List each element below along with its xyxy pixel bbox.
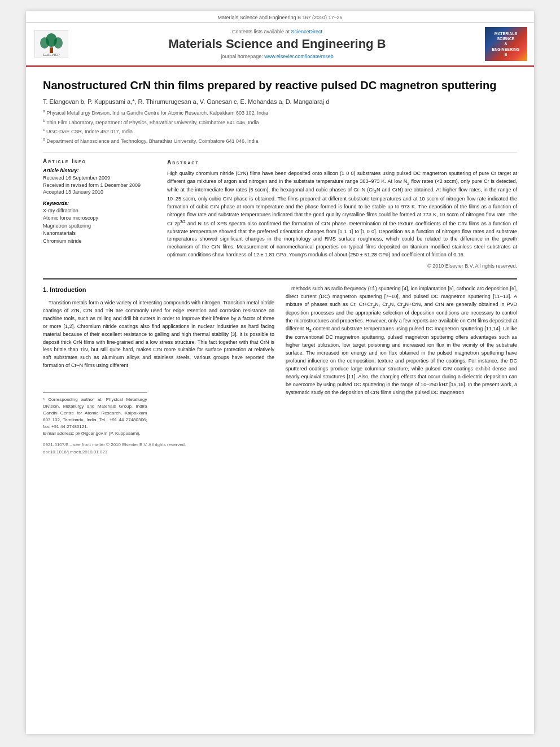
- authors: T. Elangovan b, P. Kuppusami a,*, R. Thi…: [43, 98, 517, 105]
- article-history: Article history: Received 16 September 2…: [43, 168, 156, 196]
- affiliation-a: a Physical Metallurgy Division, Indira G…: [43, 108, 517, 117]
- intro-right: methods such as radio frequency (r.f.) s…: [286, 285, 517, 456]
- introduction-section: 1. Introduction Transition metals form a…: [43, 285, 517, 456]
- keyword-3: Magnetron sputtering: [43, 222, 156, 230]
- journal-logo-right: MATERIALS SCIENCE & ENGINEERING B: [483, 27, 528, 61]
- elsevier-logo-image: ELSEVIER: [34, 30, 68, 58]
- affiliation-b: b Thin Film Laboratory, Department of Ph…: [43, 118, 517, 127]
- svg-point-2: [40, 37, 49, 49]
- affiliations: a Physical Metallurgy Division, Indira G…: [43, 108, 517, 145]
- keywords-label: Keywords:: [43, 200, 156, 206]
- footnote-star: * Corresponding author at: Physical Meta…: [43, 396, 147, 430]
- keyword-5: Chromium nitride: [43, 238, 156, 246]
- sciencedirect-link[interactable]: ScienceDirect: [291, 29, 323, 34]
- divider-1: [43, 152, 517, 152]
- abstract-label: Abstract: [167, 158, 517, 167]
- journal-logo-box: MATERIALS SCIENCE & ENGINEERING B: [485, 27, 527, 61]
- page-header: Materials Science and Engineering B 167 …: [26, 11, 534, 23]
- received-date: Received 16 September 2009: [43, 174, 156, 182]
- footnote-area: * Corresponding author at: Physical Meta…: [43, 392, 274, 456]
- history-label: Article history:: [43, 168, 156, 173]
- keyword-4: Nanomaterials: [43, 230, 156, 238]
- elsevier-logo: ELSEVIER: [32, 27, 71, 61]
- article-title: Nanostructured CrN thin films prepared b…: [43, 78, 517, 93]
- abstract-section: Abstract High quality chromium nitride (…: [167, 158, 517, 270]
- journal-homepage: journal homepage: www.elsevier.com/locat…: [221, 54, 334, 59]
- affiliation-c: c UGC-DAE CSR, Indore 452 017, India: [43, 127, 517, 136]
- article-info: Article Info Article history: Received 1…: [43, 158, 156, 270]
- journal-citation: Materials Science and Engineering B 167 …: [217, 15, 342, 20]
- issn-line: 0921-5107/$ – see front matter © 2010 El…: [43, 442, 274, 456]
- footnote-section: * Corresponding author at: Physical Meta…: [43, 392, 147, 437]
- copyright: © 2010 Elsevier B.V. All rights reserved…: [167, 263, 517, 270]
- journal-title: Materials Science and Engineering B: [168, 37, 386, 51]
- intro-left-para: Transition metals form a wide variety of…: [43, 299, 274, 370]
- intro-right-para: methods such as radio frequency (r.f.) s…: [286, 285, 517, 397]
- abstract-text: High quality chromium nitride (CrN) film…: [167, 170, 517, 259]
- issn: 0921-5107/$ – see front matter © 2010 El…: [43, 442, 274, 448]
- homepage-link[interactable]: www.elsevier.com/locate/mseb: [264, 54, 334, 59]
- svg-text:ELSEVIER: ELSEVIER: [43, 53, 60, 56]
- journal-center: Contents lists available at ScienceDirec…: [77, 27, 478, 61]
- intro-left: 1. Introduction Transition metals form a…: [43, 285, 274, 456]
- svg-point-3: [54, 37, 63, 49]
- journal-logo-text: MATERIALS SCIENCE & ENGINEERING B: [492, 31, 519, 56]
- footnote-email: E-mail address: pk@igcar.gov.in (P. Kupp…: [43, 430, 147, 437]
- info-abstract-section: Article Info Article history: Received 1…: [43, 158, 517, 270]
- revised-date: Received in revised form 1 December 2009: [43, 182, 156, 189]
- accepted-date: Accepted 13 January 2010: [43, 189, 156, 196]
- doi: doi:10.1016/j.mseb.2010.01.021: [43, 449, 274, 456]
- main-divider: [43, 278, 517, 279]
- article-body: Nanostructured CrN thin films prepared b…: [26, 67, 534, 467]
- article-info-label: Article Info: [43, 158, 156, 164]
- affiliation-d: d Department of Nanoscience and Technolo…: [43, 137, 517, 146]
- intro-heading: 1. Introduction: [43, 285, 274, 295]
- contents-line: Contents lists available at ScienceDirec…: [232, 29, 322, 34]
- svg-rect-4: [50, 47, 53, 53]
- keyword-2: Atomic force microscopy: [43, 215, 156, 222]
- keyword-1: X-ray diffraction: [43, 207, 156, 215]
- journal-header: ELSEVIER Contents lists available at Sci…: [26, 23, 534, 67]
